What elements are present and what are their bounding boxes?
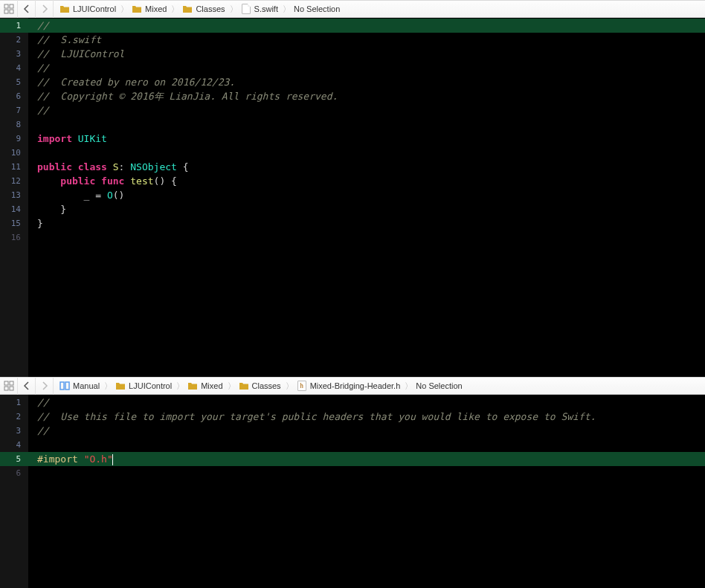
code-line[interactable]: import UIKit — [28, 132, 705, 146]
breadcrumb-item[interactable]: Classes — [237, 381, 284, 391]
line-number: 12 — [0, 174, 28, 188]
line-number: 3 — [0, 47, 28, 61]
breadcrumb-item[interactable]: S.swift — [239, 4, 281, 14]
folder-icon — [187, 381, 198, 391]
breadcrumb-label: Mixed — [145, 4, 167, 13]
breadcrumb-label: Mixed-Bridging-Header.h — [310, 381, 401, 390]
breadcrumb-label: No Selection — [416, 381, 462, 390]
svg-rect-5 — [10, 381, 13, 385]
line-number: 9 — [0, 132, 28, 146]
chevron-right-icon: 〉 — [284, 381, 295, 392]
breadcrumb-item[interactable]: Manual — [58, 381, 103, 391]
code-line[interactable] — [28, 146, 705, 160]
line-gutter: 12345678910111213141516 — [0, 18, 28, 377]
code-area[interactable]: //// S.swift// LJUIControl//// Created b… — [28, 18, 705, 377]
svg-rect-3 — [10, 10, 13, 13]
line-number: 15 — [0, 216, 28, 230]
breadcrumb-label: LJUIControl — [129, 381, 172, 390]
jump-bar-top[interactable]: LJUIControl〉Mixed〉Classes〉S.swift〉No Sel… — [0, 0, 705, 18]
line-number: 13 — [0, 188, 28, 202]
code-line[interactable]: // — [28, 424, 705, 438]
line-number: 4 — [0, 438, 28, 452]
code-line[interactable]: // Use this file to import your target's… — [28, 410, 705, 424]
folder-icon — [182, 4, 193, 14]
chevron-right-icon: 〉 — [281, 4, 292, 15]
line-number: 5 — [0, 75, 28, 89]
svg-rect-9 — [65, 382, 69, 390]
breadcrumb-item[interactable]: hMixed-Bridging-Header.h — [295, 381, 404, 391]
nav-forward-button[interactable] — [36, 377, 54, 395]
nav-back-button[interactable] — [18, 0, 36, 18]
folder-icon — [115, 381, 126, 391]
related-items-button[interactable] — [0, 377, 18, 395]
code-line[interactable]: // Copyright © 2016年 LianJia. All rights… — [28, 89, 705, 103]
chevron-right-icon: 〉 — [226, 381, 237, 392]
code-area[interactable]: //// Use this file to import your target… — [28, 395, 705, 588]
line-number: 16 — [0, 230, 28, 245]
line-number: 6 — [0, 89, 28, 103]
code-line[interactable] — [28, 117, 705, 132]
breadcrumb[interactable]: Manual〉LJUIControl〉Mixed〉Classes〉hMixed-… — [54, 381, 466, 392]
breadcrumb-item[interactable]: No Selection — [414, 381, 465, 390]
breadcrumb-item[interactable]: Mixed — [130, 4, 170, 14]
folder-icon — [239, 381, 249, 391]
chevron-right-icon: 〉 — [175, 381, 186, 392]
folder-icon — [59, 4, 70, 14]
breadcrumb-item[interactable]: LJUIControl — [114, 381, 175, 391]
code-line[interactable]: public func test() { — [28, 174, 705, 188]
code-line[interactable]: #import "O.h" — [28, 452, 705, 466]
breadcrumb-label: Classes — [252, 381, 281, 390]
code-line[interactable]: _ = O() — [28, 188, 705, 202]
related-items-button[interactable] — [0, 0, 18, 18]
line-number: 8 — [0, 117, 28, 132]
breadcrumb-item[interactable]: No Selection — [292, 4, 343, 13]
code-line[interactable]: } — [28, 216, 705, 230]
code-editor-bottom[interactable]: 123456 //// Use this file to import your… — [0, 395, 705, 588]
line-number: 5 — [0, 452, 28, 466]
code-line[interactable]: // — [28, 61, 705, 75]
breadcrumb[interactable]: LJUIControl〉Mixed〉Classes〉S.swift〉No Sel… — [54, 4, 343, 15]
code-line[interactable]: public class S: NSObject { — [28, 160, 705, 174]
code-line[interactable]: // — [28, 395, 705, 410]
svg-rect-6 — [4, 387, 8, 390]
code-editor-top[interactable]: 12345678910111213141516 //// S.swift// L… — [0, 18, 705, 377]
line-number: 2 — [0, 410, 28, 424]
chevron-right-icon: 〉 — [228, 4, 239, 15]
breadcrumb-item[interactable]: LJUIControl — [58, 4, 119, 14]
swift-file-icon — [241, 4, 251, 14]
code-line[interactable]: // — [28, 103, 705, 117]
breadcrumb-label: S.swift — [254, 4, 278, 13]
nav-back-button[interactable] — [18, 377, 36, 395]
line-number: 6 — [0, 466, 28, 480]
line-gutter: 123456 — [0, 395, 28, 588]
code-line[interactable]: // S.swift — [28, 33, 705, 47]
chevron-right-icon: 〉 — [119, 4, 130, 15]
code-line[interactable]: // Created by nero on 2016/12/23. — [28, 75, 705, 89]
jump-bar-bottom[interactable]: Manual〉LJUIControl〉Mixed〉Classes〉hMixed-… — [0, 377, 705, 395]
breadcrumb-item[interactable]: Mixed — [186, 381, 225, 391]
breadcrumb-label: Manual — [73, 381, 100, 390]
code-line[interactable] — [28, 230, 705, 245]
breadcrumb-label: Mixed — [201, 381, 222, 390]
breadcrumb-item[interactable]: Classes — [181, 4, 228, 14]
line-number: 1 — [0, 19, 28, 33]
code-line[interactable]: } — [28, 202, 705, 216]
svg-rect-0 — [4, 4, 8, 8]
code-line[interactable] — [28, 466, 705, 480]
header-file-icon: h — [297, 381, 307, 391]
code-line[interactable]: // — [28, 19, 705, 33]
chevron-right-icon: 〉 — [103, 381, 114, 392]
svg-rect-1 — [10, 4, 13, 8]
line-number: 4 — [0, 61, 28, 75]
code-line[interactable] — [28, 438, 705, 452]
chevron-right-icon: 〉 — [170, 4, 181, 15]
line-number: 2 — [0, 33, 28, 47]
line-number: 11 — [0, 160, 28, 174]
top-editor-pane: LJUIControl〉Mixed〉Classes〉S.swift〉No Sel… — [0, 0, 705, 377]
folder-icon — [132, 4, 142, 14]
svg-rect-4 — [4, 381, 8, 385]
svg-rect-8 — [60, 382, 64, 390]
breadcrumb-label: No Selection — [294, 4, 340, 13]
nav-forward-button[interactable] — [36, 0, 54, 18]
code-line[interactable]: // LJUIControl — [28, 47, 705, 61]
